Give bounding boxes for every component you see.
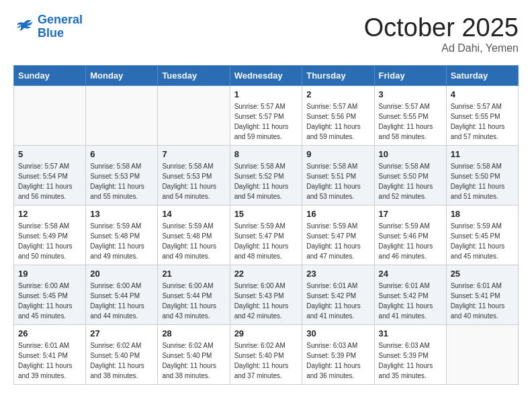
day-info: Sunrise: 5:59 AM Sunset: 5:48 PM Dayligh…: [90, 221, 153, 261]
calendar-cell: 21Sunrise: 6:00 AM Sunset: 5:44 PM Dayli…: [158, 265, 230, 325]
calendar-cell: 19Sunrise: 6:00 AM Sunset: 5:45 PM Dayli…: [14, 265, 86, 325]
day-number: 24: [379, 269, 442, 279]
day-info: Sunrise: 6:02 AM Sunset: 5:40 PM Dayligh…: [90, 340, 153, 381]
day-info: Sunrise: 6:00 AM Sunset: 5:44 PM Dayligh…: [90, 281, 153, 321]
day-info: Sunrise: 6:00 AM Sunset: 5:44 PM Dayligh…: [162, 281, 225, 321]
day-info: Sunrise: 5:57 AM Sunset: 5:56 PM Dayligh…: [306, 101, 369, 142]
day-number: 5: [18, 149, 81, 159]
calendar-week-row: 12Sunrise: 5:58 AM Sunset: 5:49 PM Dayli…: [14, 205, 519, 265]
calendar-cell: [14, 86, 86, 146]
day-info: Sunrise: 6:02 AM Sunset: 5:40 PM Dayligh…: [162, 340, 225, 381]
day-info: Sunrise: 5:59 AM Sunset: 5:48 PM Dayligh…: [162, 221, 225, 261]
day-number: 12: [18, 209, 81, 219]
day-number: 18: [451, 209, 514, 219]
day-info: Sunrise: 5:57 AM Sunset: 5:54 PM Dayligh…: [18, 161, 81, 201]
day-info: Sunrise: 5:58 AM Sunset: 5:51 PM Dayligh…: [306, 161, 369, 201]
weekday-header: Saturday: [446, 66, 518, 86]
calendar-cell: 22Sunrise: 6:00 AM Sunset: 5:43 PM Dayli…: [230, 265, 302, 325]
weekday-header: Tuesday: [158, 66, 230, 86]
calendar-cell: 15Sunrise: 5:59 AM Sunset: 5:47 PM Dayli…: [230, 205, 302, 265]
day-number: 19: [18, 269, 81, 279]
calendar-cell: 10Sunrise: 5:58 AM Sunset: 5:50 PM Dayli…: [374, 146, 446, 205]
day-info: Sunrise: 6:00 AM Sunset: 5:43 PM Dayligh…: [234, 281, 298, 321]
calendar-cell: 26Sunrise: 6:01 AM Sunset: 5:41 PM Dayli…: [14, 325, 86, 385]
day-number: 29: [234, 328, 298, 338]
logo-text: General Blue: [38, 13, 83, 40]
calendar-header-row: SundayMondayTuesdayWednesdayThursdayFrid…: [14, 66, 519, 86]
day-number: 27: [90, 328, 153, 338]
day-info: Sunrise: 5:58 AM Sunset: 5:53 PM Dayligh…: [162, 161, 225, 201]
day-number: 15: [234, 209, 298, 219]
day-number: 3: [379, 89, 442, 99]
calendar-week-row: 5Sunrise: 5:57 AM Sunset: 5:54 PM Daylig…: [14, 146, 519, 205]
day-number: 30: [306, 328, 369, 338]
day-info: Sunrise: 5:58 AM Sunset: 5:49 PM Dayligh…: [18, 221, 81, 261]
page-header: General Blue October 2025 Ad Dahi, Yemen: [13, 13, 519, 54]
day-info: Sunrise: 5:57 AM Sunset: 5:57 PM Dayligh…: [234, 101, 298, 142]
day-info: Sunrise: 6:01 AM Sunset: 5:42 PM Dayligh…: [379, 281, 442, 321]
calendar-cell: 28Sunrise: 6:02 AM Sunset: 5:40 PM Dayli…: [158, 325, 230, 385]
day-number: 26: [18, 328, 81, 338]
day-info: Sunrise: 5:58 AM Sunset: 5:50 PM Dayligh…: [451, 161, 514, 201]
title-block: October 2025 Ad Dahi, Yemen: [364, 13, 519, 54]
calendar-cell: 31Sunrise: 6:03 AM Sunset: 5:39 PM Dayli…: [374, 325, 446, 385]
day-number: 28: [162, 328, 225, 338]
weekday-header: Wednesday: [230, 66, 302, 86]
calendar-cell: 1Sunrise: 5:57 AM Sunset: 5:57 PM Daylig…: [230, 86, 302, 146]
day-info: Sunrise: 5:57 AM Sunset: 5:55 PM Dayligh…: [451, 101, 514, 142]
day-info: Sunrise: 5:58 AM Sunset: 5:50 PM Dayligh…: [379, 161, 442, 201]
calendar-cell: 4Sunrise: 5:57 AM Sunset: 5:55 PM Daylig…: [446, 86, 518, 146]
day-info: Sunrise: 5:59 AM Sunset: 5:47 PM Dayligh…: [306, 221, 369, 261]
calendar-week-row: 19Sunrise: 6:00 AM Sunset: 5:45 PM Dayli…: [14, 265, 519, 325]
weekday-header: Thursday: [302, 66, 374, 86]
day-number: 14: [162, 209, 225, 219]
calendar-cell: 29Sunrise: 6:02 AM Sunset: 5:40 PM Dayli…: [230, 325, 302, 385]
calendar-cell: 2Sunrise: 5:57 AM Sunset: 5:56 PM Daylig…: [302, 86, 374, 146]
logo-icon: [13, 17, 35, 36]
day-number: 16: [306, 209, 369, 219]
day-number: 7: [162, 149, 225, 159]
calendar-cell: 30Sunrise: 6:03 AM Sunset: 5:39 PM Dayli…: [302, 325, 374, 385]
weekday-header: Monday: [86, 66, 158, 86]
day-number: 1: [234, 89, 298, 99]
day-info: Sunrise: 6:00 AM Sunset: 5:45 PM Dayligh…: [18, 281, 81, 321]
day-number: 31: [379, 328, 442, 338]
day-info: Sunrise: 5:58 AM Sunset: 5:53 PM Dayligh…: [90, 161, 153, 201]
location: Ad Dahi, Yemen: [364, 42, 519, 54]
calendar-cell: [158, 86, 230, 146]
calendar-table: SundayMondayTuesdayWednesdayThursdayFrid…: [13, 65, 519, 385]
day-number: 21: [162, 269, 225, 279]
calendar-cell: 3Sunrise: 5:57 AM Sunset: 5:55 PM Daylig…: [374, 86, 446, 146]
day-number: 6: [90, 149, 153, 159]
calendar-cell: 18Sunrise: 5:59 AM Sunset: 5:45 PM Dayli…: [446, 205, 518, 265]
day-number: 10: [379, 149, 442, 159]
weekday-header: Sunday: [14, 66, 86, 86]
day-info: Sunrise: 6:01 AM Sunset: 5:41 PM Dayligh…: [451, 281, 514, 321]
calendar-cell: 12Sunrise: 5:58 AM Sunset: 5:49 PM Dayli…: [14, 205, 86, 265]
day-info: Sunrise: 6:01 AM Sunset: 5:41 PM Dayligh…: [18, 340, 81, 381]
day-info: Sunrise: 5:59 AM Sunset: 5:45 PM Dayligh…: [451, 221, 514, 261]
calendar-week-row: 26Sunrise: 6:01 AM Sunset: 5:41 PM Dayli…: [14, 325, 519, 385]
day-number: 22: [234, 269, 298, 279]
weekday-header: Friday: [374, 66, 446, 86]
calendar-cell: 8Sunrise: 5:58 AM Sunset: 5:52 PM Daylig…: [230, 146, 302, 205]
calendar-cell: 20Sunrise: 6:00 AM Sunset: 5:44 PM Dayli…: [86, 265, 158, 325]
calendar-cell: 23Sunrise: 6:01 AM Sunset: 5:42 PM Dayli…: [302, 265, 374, 325]
calendar-cell: 24Sunrise: 6:01 AM Sunset: 5:42 PM Dayli…: [374, 265, 446, 325]
day-info: Sunrise: 6:01 AM Sunset: 5:42 PM Dayligh…: [306, 281, 369, 321]
calendar-cell: 16Sunrise: 5:59 AM Sunset: 5:47 PM Dayli…: [302, 205, 374, 265]
day-number: 20: [90, 269, 153, 279]
day-info: Sunrise: 5:57 AM Sunset: 5:55 PM Dayligh…: [379, 101, 442, 142]
calendar-week-row: 1Sunrise: 5:57 AM Sunset: 5:57 PM Daylig…: [14, 86, 519, 146]
calendar-cell: 25Sunrise: 6:01 AM Sunset: 5:41 PM Dayli…: [446, 265, 518, 325]
day-number: 17: [379, 209, 442, 219]
day-number: 8: [234, 149, 298, 159]
calendar-cell: 27Sunrise: 6:02 AM Sunset: 5:40 PM Dayli…: [86, 325, 158, 385]
calendar-cell: [446, 325, 518, 385]
calendar-cell: 14Sunrise: 5:59 AM Sunset: 5:48 PM Dayli…: [158, 205, 230, 265]
calendar-cell: 13Sunrise: 5:59 AM Sunset: 5:48 PM Dayli…: [86, 205, 158, 265]
calendar-cell: [86, 86, 158, 146]
calendar-cell: 7Sunrise: 5:58 AM Sunset: 5:53 PM Daylig…: [158, 146, 230, 205]
day-info: Sunrise: 6:03 AM Sunset: 5:39 PM Dayligh…: [379, 340, 442, 381]
day-number: 23: [306, 269, 369, 279]
